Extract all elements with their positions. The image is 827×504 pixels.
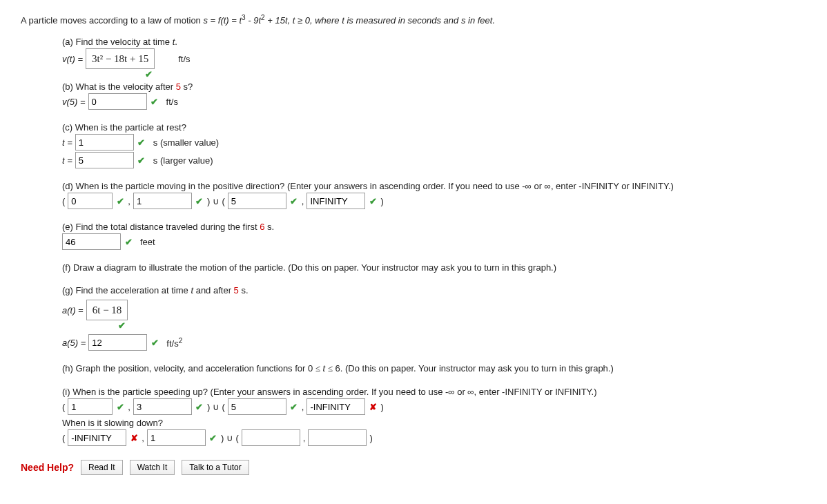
part-e: (e) Find the total distance traveled dur… <box>62 222 806 250</box>
check-icon: ✔ <box>115 196 125 206</box>
i-slow-label: When is it slowing down? <box>62 418 806 428</box>
comma: , <box>303 433 306 443</box>
part-a-label: (a) Find the velocity at time t. <box>62 37 806 47</box>
comma: , <box>302 196 304 206</box>
i-slow-1[interactable] <box>68 429 126 446</box>
e-unit: feet <box>140 237 155 247</box>
part-c: (c) When is the particle at rest? t = ✔ … <box>62 122 806 168</box>
i-slow-3[interactable] <box>242 429 300 446</box>
a-answer-box[interactable]: 3t² − 18t + 15 <box>86 48 155 69</box>
part-d-label: (d) When is the particle moving in the p… <box>62 181 806 191</box>
g-lhs2: a(5) = <box>62 338 86 348</box>
c1-lhs: t = <box>62 137 72 148</box>
need-help-row: Need Help? Read It Watch It Talk to a Tu… <box>21 460 806 475</box>
leq-icon: ≤ <box>328 363 333 374</box>
check-icon: ✔ <box>289 402 299 411</box>
union-text: ) ∪ ( <box>221 433 239 443</box>
watch-it-button[interactable]: Watch It <box>130 460 175 475</box>
c1-input[interactable] <box>75 134 134 151</box>
i-input-2[interactable] <box>133 398 192 415</box>
question-intro: A particle moves according to a law of m… <box>21 14 806 26</box>
check-icon: ✔ <box>289 196 299 206</box>
need-help-label: Need Help? <box>21 462 74 473</box>
check-icon: ✔ <box>150 338 159 347</box>
part-g-label: (g) Find the acceleration at time t and … <box>62 285 806 295</box>
d-input-2[interactable] <box>133 193 192 209</box>
part-h: (h) Graph the position, velocity, and ac… <box>62 363 806 374</box>
g-input2[interactable] <box>88 334 147 351</box>
paren-close: ) <box>380 196 383 206</box>
check-icon: ✔ <box>137 137 146 147</box>
check-icon: ✔ <box>195 402 204 411</box>
part-e-label: (e) Find the total distance traveled dur… <box>62 222 806 232</box>
comma: , <box>302 402 304 412</box>
i-slow-2[interactable] <box>147 429 206 446</box>
leq-icon: ≤ <box>315 363 320 374</box>
e-input[interactable] <box>62 233 121 250</box>
a-lhs: v(t) = <box>62 54 83 64</box>
check-icon: ✔ <box>137 155 146 165</box>
cross-icon: ✘ <box>368 402 378 411</box>
check-icon: ✔ <box>144 69 153 79</box>
part-i: (i) When is the particle speeding up? (E… <box>62 387 806 446</box>
part-i-label: (i) When is the particle speeding up? (E… <box>62 387 806 397</box>
check-icon: ✔ <box>195 196 204 206</box>
read-it-button[interactable]: Read It <box>81 460 123 475</box>
g-answer1-box[interactable]: 6t − 18 <box>86 300 128 320</box>
paren-open: ( <box>62 402 65 412</box>
part-d: (d) When is the particle moving in the p… <box>62 181 806 209</box>
part-f-label: (f) Draw a diagram to illustrate the mot… <box>62 262 806 273</box>
union-text: ) ∪ ( <box>207 402 225 412</box>
comma: , <box>128 402 130 412</box>
exp3: 3 <box>242 14 246 21</box>
c2-lhs: t = <box>62 155 72 166</box>
check-icon: ✔ <box>150 97 159 106</box>
part-b: (b) What is the velocity after 5 s? v(5)… <box>62 81 806 110</box>
check-icon: ✔ <box>117 320 126 330</box>
intro-eq-part1: s = f(t) = t <box>203 15 242 26</box>
check-icon: ✔ <box>208 433 218 443</box>
comma: , <box>142 433 144 443</box>
d-input-3[interactable] <box>228 193 286 209</box>
comma: , <box>128 196 130 206</box>
talk-tutor-button[interactable]: Talk to a Tutor <box>182 460 249 475</box>
paren-open: ( <box>62 433 65 443</box>
g-unit2: ft/s2 <box>166 337 182 349</box>
paren-close: ) <box>380 402 383 412</box>
union-text: ) ∪ ( <box>207 196 225 206</box>
part-b-label: (b) What is the velocity after 5 s? <box>62 81 806 92</box>
g-lhs1: a(t) = <box>62 305 84 316</box>
d-input-1[interactable] <box>68 193 113 209</box>
a-unit: ft/s <box>178 54 190 64</box>
cross-icon: ✘ <box>129 433 139 443</box>
b-unit: ft/s <box>166 97 178 107</box>
check-icon: ✔ <box>368 196 378 206</box>
d-input-4[interactable] <box>307 193 365 209</box>
c1-unit: s (smaller value) <box>153 137 219 148</box>
exp2: 2 <box>261 14 265 21</box>
c2-input[interactable] <box>75 152 134 168</box>
i-slow-4[interactable] <box>308 429 367 446</box>
part-a: (a) Find the velocity at time t. v(t) = … <box>62 37 806 69</box>
check-icon: ✔ <box>124 237 133 246</box>
paren-open: ( <box>62 196 65 206</box>
intro-eq-part3: + 15t, t ≥ 0, where t is measured in sec… <box>267 15 495 26</box>
i-input-4[interactable] <box>307 398 365 415</box>
intro-text-pre: A particle moves according to a law of m… <box>21 15 203 26</box>
intro-eq-part2: - 9t <box>248 15 261 26</box>
part-g: (g) Find the acceleration at time t and … <box>62 285 806 351</box>
part-h-label: (h) Graph the position, velocity, and ac… <box>62 363 806 374</box>
part-f: (f) Draw a diagram to illustrate the mot… <box>62 262 806 273</box>
b-lhs: v(5) = <box>62 97 86 107</box>
check-icon: ✔ <box>115 402 125 411</box>
c2-unit: s (larger value) <box>153 155 213 166</box>
i-input-3[interactable] <box>228 398 286 415</box>
i-input-1[interactable] <box>68 398 113 415</box>
part-c-label: (c) When is the particle at rest? <box>62 122 806 133</box>
b-input[interactable] <box>88 93 147 110</box>
paren-close: ) <box>369 433 372 443</box>
